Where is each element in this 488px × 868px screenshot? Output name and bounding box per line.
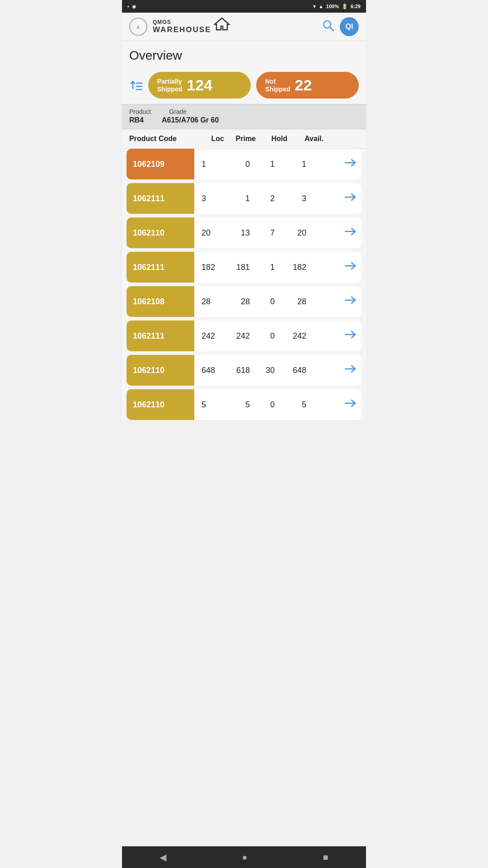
- row-loc: 28: [202, 297, 226, 307]
- table-row[interactable]: 1062111 242 242 0 242: [127, 321, 361, 351]
- filter-icon: [129, 80, 143, 91]
- row-loc: 1: [202, 160, 226, 169]
- row-loc: 5: [202, 400, 226, 410]
- row-avail: 1: [278, 160, 310, 169]
- battery-icon: 🔋: [342, 4, 348, 9]
- product-label: Product: [129, 108, 151, 115]
- table-header: Product Code Loc Prime Hold Avail.: [122, 129, 366, 149]
- row-loc: 20: [202, 228, 226, 238]
- row-product-code: 1062111: [133, 194, 164, 203]
- row-prime: 28: [226, 297, 253, 307]
- page-title: Overview: [122, 41, 366, 68]
- avatar-label: QI: [346, 23, 353, 31]
- status-bar-left: ▪ ◉: [127, 4, 136, 9]
- row-data: 20 13 7 20: [194, 226, 361, 239]
- row-prime: 13: [226, 228, 253, 238]
- partially-shipped-count: 124: [187, 76, 212, 94]
- row-avail: 182: [278, 263, 310, 272]
- row-data: 648 618 30 648: [194, 364, 361, 377]
- table-row[interactable]: 1062111 3 1 2 3: [127, 183, 361, 214]
- row-hold: 1: [253, 160, 278, 169]
- product-value: RB4: [129, 116, 144, 124]
- row-avail: 648: [278, 366, 310, 375]
- row-loc: 3: [202, 194, 226, 203]
- row-data: 1 0 1 1: [194, 158, 361, 170]
- filter-sort-button[interactable]: [129, 80, 143, 91]
- row-arrow-icon: [310, 226, 357, 239]
- table-row[interactable]: 1062110 5 5 0 5: [127, 389, 361, 420]
- table-row[interactable]: 1062110 648 618 30 648: [127, 355, 361, 386]
- table-row[interactable]: 1062110 20 13 7 20: [127, 217, 361, 248]
- row-code-cell: 1062110: [127, 389, 194, 420]
- row-hold: 1: [253, 263, 278, 272]
- row-arrow-icon: [310, 295, 357, 308]
- svg-line-2: [330, 27, 333, 31]
- row-code-cell: 1062108: [127, 286, 194, 317]
- row-product-code: 1062110: [133, 366, 164, 375]
- nav-bar: ‹ QMOS WAREHOUSE QI: [122, 13, 366, 41]
- row-avail: 242: [278, 331, 310, 341]
- row-avail: 5: [278, 400, 310, 410]
- header-product-code: Product Code: [129, 135, 192, 143]
- row-arrow-icon: [310, 330, 357, 342]
- table-row[interactable]: 1062108 28 28 0 28: [127, 286, 361, 317]
- partially-shipped-badge[interactable]: PartiallyShipped 124: [148, 72, 251, 99]
- row-hold: 0: [253, 400, 278, 410]
- row-hold: 0: [253, 331, 278, 341]
- row-prime: 242: [226, 331, 253, 341]
- row-code-cell: 1062111: [127, 183, 194, 214]
- search-icon: [322, 19, 334, 32]
- svg-marker-0: [215, 18, 229, 30]
- row-data: 242 242 0 242: [194, 330, 361, 342]
- row-data: 5 5 0 5: [194, 398, 361, 411]
- row-arrow-icon: [310, 192, 357, 205]
- row-product-code: 1062110: [133, 228, 164, 238]
- row-code-cell: 1062111: [127, 321, 194, 351]
- search-button[interactable]: [322, 19, 334, 34]
- row-avail: 28: [278, 297, 310, 307]
- row-hold: 2: [253, 194, 278, 203]
- row-data: 182 181 1 182: [194, 261, 361, 274]
- row-hold: 0: [253, 297, 278, 307]
- back-icon: ‹: [137, 22, 140, 32]
- notification-icon: ◉: [132, 4, 136, 9]
- header-prime: Prime: [224, 135, 256, 143]
- time-display: 6:29: [351, 4, 361, 9]
- table-row[interactable]: 1062111 182 181 1 182: [127, 252, 361, 283]
- header-loc: Loc: [192, 135, 224, 143]
- row-code-cell: 1062110: [127, 355, 194, 386]
- row-prime: 5: [226, 400, 253, 410]
- logo-bottom: WAREHOUSE: [153, 25, 211, 34]
- row-code-cell: 1062109: [127, 149, 194, 179]
- back-button[interactable]: ‹: [129, 18, 147, 36]
- row-prime: 181: [226, 263, 253, 272]
- product-header-labels: Product Grade: [129, 108, 359, 115]
- product-header-values: RB4 A615/A706 Gr 60: [129, 116, 359, 124]
- row-loc: 242: [202, 331, 226, 341]
- grade-value: A615/A706 Gr 60: [162, 116, 219, 124]
- user-avatar[interactable]: QI: [340, 17, 359, 36]
- row-loc: 648: [202, 366, 226, 375]
- row-hold: 30: [253, 366, 278, 375]
- row-arrow-icon: [310, 364, 357, 377]
- filter-row: PartiallyShipped 124 NotShipped 22: [122, 68, 366, 104]
- header-hold: Hold: [256, 135, 287, 143]
- sd-icon: ▪: [127, 4, 129, 9]
- house-icon: [214, 17, 230, 31]
- row-avail: 20: [278, 228, 310, 238]
- product-header: Product Grade RB4 A615/A706 Gr 60: [122, 104, 366, 129]
- grade-label: Grade: [169, 108, 187, 115]
- row-arrow-icon: [310, 261, 357, 274]
- status-bar-right: ▾ ▲ 100% 🔋 6:29: [313, 4, 361, 9]
- row-arrow-icon: [310, 158, 357, 170]
- row-prime: 618: [226, 366, 253, 375]
- table-rows: 1062109 1 0 1 1 1062111 3 1: [122, 149, 366, 420]
- row-loc: 182: [202, 263, 226, 272]
- app-logo: QMOS WAREHOUSE: [153, 19, 230, 34]
- row-code-cell: 1062110: [127, 217, 194, 248]
- not-shipped-badge[interactable]: NotShipped 22: [256, 72, 359, 99]
- row-product-code: 1062109: [133, 160, 164, 169]
- row-product-code: 1062111: [133, 331, 164, 341]
- table-row[interactable]: 1062109 1 0 1 1: [127, 149, 361, 179]
- status-bar: ▪ ◉ ▾ ▲ 100% 🔋 6:29: [122, 0, 366, 13]
